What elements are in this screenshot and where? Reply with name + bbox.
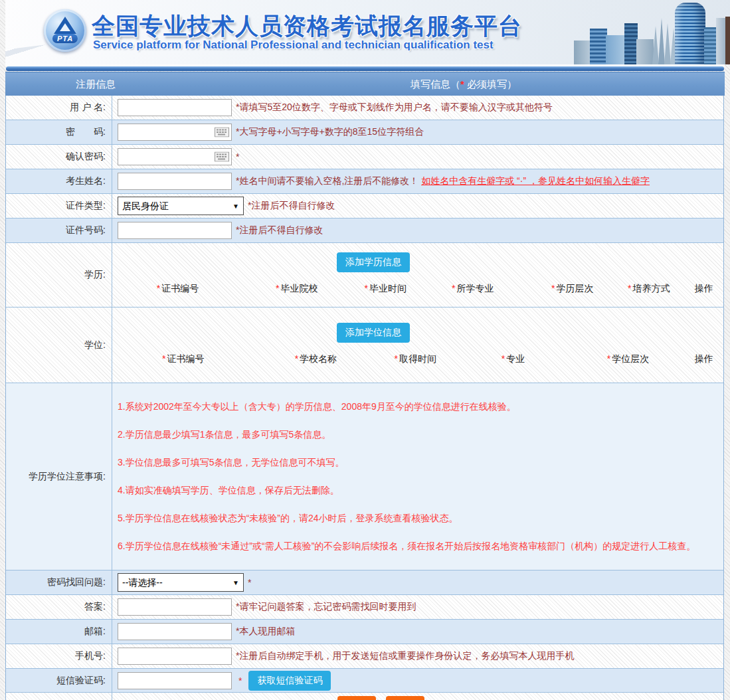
row-education: 学历: 添加学历信息 *证书编号 *毕业院校 *毕业时间 *所学专业 *学历层次…: [6, 243, 723, 307]
rare-character-help-link[interactable]: 如姓名中含有生僻字或 “·” ，参见姓名中如何输入生僻字: [421, 175, 650, 186]
notes-list: 1.系统对2002年至今大专以上（含大专）的学历信息、2008年9月至今的学位信…: [112, 383, 723, 570]
security-question-select[interactable]: --请选择--: [118, 573, 244, 592]
building-shape: [675, 3, 705, 64]
row-answer: 答案: *请牢记问题答案，忘记密码需找回时要用到: [6, 595, 723, 620]
row-security-question: 密码找回问题: --请选择-- ▼ *: [6, 570, 723, 595]
footer-empty-cell: [6, 693, 112, 700]
building-shape: [725, 17, 730, 64]
id-number-input[interactable]: [118, 222, 232, 239]
keyboard-icon[interactable]: [215, 152, 229, 162]
username-label: 用 户 名:: [6, 96, 112, 120]
site-banner: PTA 全国专业技术人员资格考试报名服务平台 Service platform …: [5, 0, 730, 64]
mobile-input[interactable]: [118, 648, 232, 665]
email-label: 邮箱:: [6, 620, 112, 644]
building-shape: [606, 35, 626, 64]
row-degree: 学位: 添加学位信息 *证书编号 *学校名称 *取得时间 *专业 *学位层次 操…: [6, 307, 723, 383]
pta-logo-icon: PTA: [44, 9, 86, 52]
email-hint: *本人现用邮箱: [236, 626, 295, 638]
note-item: 3.学位信息最多可填写5条信息，无学位信息可不填写。: [118, 456, 717, 469]
row-username: 用 户 名: *请填写5至20位数字、字母或下划线作为用户名，请不要输入汉字或其…: [6, 96, 723, 120]
note-item: 2.学历信息最少填写1条信息，最多可填写5条信息。: [118, 428, 717, 441]
id-type-hint: *注册后不得自行修改: [248, 200, 335, 212]
submit-button[interactable]: 提交: [337, 696, 376, 700]
pta-logo-text: PTA: [52, 34, 78, 43]
back-button[interactable]: 返回: [386, 696, 424, 700]
email-input[interactable]: [118, 623, 232, 640]
id-type-label: 证件类型:: [6, 194, 112, 218]
row-candidate-name: 考生姓名: *姓名中间请不要输入空格,注册后不能修改！ 如姓名中含有生僻字或 “…: [6, 169, 723, 194]
blue-strip: [6, 66, 724, 71]
note-item: 1.系统对2002年至今大专以上（含大专）的学历信息、2008年9月至今的学位信…: [118, 400, 717, 413]
sms-code-label: 短信验证码:: [6, 669, 112, 692]
answer-hint: *请牢记问题答案，忘记密码需找回时要用到: [236, 601, 416, 613]
candidate-name-label: 考生姓名:: [6, 169, 112, 193]
row-password: 密 码: *大写字母+小写字母+数字的8至15位字符组合: [6, 120, 723, 145]
confirm-password-label: 确认密码:: [6, 145, 112, 169]
security-question-hint: *: [248, 577, 251, 588]
id-number-hint: *注册后不得自行修改: [236, 224, 323, 236]
row-email: 邮箱: *本人现用邮箱: [6, 620, 723, 644]
building-shape: [636, 39, 654, 64]
education-table-headers: *证书编号 *毕业院校 *毕业时间 *所学专业 *学历层次 *培养方式 操作: [112, 283, 723, 298]
site-subtitle: Service platform for National Profession…: [93, 39, 494, 52]
sms-required-star: *: [238, 675, 242, 686]
degree-label: 学位:: [6, 307, 112, 383]
education-label: 学历:: [6, 243, 112, 307]
section-title-fill-info: 填写信息（* 必须填写）: [411, 78, 517, 91]
section-header-bar: 注册信息 填写信息（* 必须填写）: [5, 72, 725, 96]
row-notes: 学历学位注意事项: 1.系统对2002年至今大专以上（含大专）的学历信息、200…: [6, 383, 723, 570]
sms-code-input[interactable]: [118, 672, 232, 689]
row-confirm-password: 确认密码: *: [6, 145, 723, 169]
building-shape: [664, 23, 671, 64]
get-sms-code-button[interactable]: 获取短信验证码: [248, 671, 331, 691]
row-mobile: 手机号: *注册后自动绑定手机，用于发送短信或重要操作身份认定，务必填写本人现用…: [6, 644, 723, 669]
candidate-name-hint: *姓名中间请不要输入空格,注册后不能修改！ 如姓名中含有生僻字或 “·” ，参见…: [236, 175, 650, 187]
notes-label: 学历学位注意事项:: [6, 383, 112, 570]
registration-form: 用 户 名: *请填写5至20位数字、字母或下划线作为用户名，请不要输入汉字或其…: [5, 96, 724, 700]
password-label: 密 码:: [6, 120, 112, 144]
section-title-register-info: 注册信息: [76, 78, 116, 91]
mobile-label: 手机号:: [6, 644, 112, 668]
answer-label: 答案:: [6, 595, 112, 619]
add-education-button[interactable]: 添加学历信息: [337, 252, 410, 272]
username-input[interactable]: [118, 99, 232, 116]
mobile-hint: *注册后自动绑定手机，用于发送短信或重要操作身份认定，务必填写本人现用手机: [236, 650, 574, 662]
username-hint: *请填写5至20位数字、字母或下划线作为用户名，请不要输入汉字或其他符号: [236, 102, 553, 114]
row-id-number: 证件号码: *注册后不得自行修改: [6, 219, 723, 243]
building-shape: [590, 29, 607, 64]
security-question-label: 密码找回问题:: [6, 570, 112, 594]
degree-table-headers: *证书编号 *学校名称 *取得时间 *专业 *学位层次 操作: [112, 353, 723, 368]
row-sms-code: 短信验证码: * 获取短信验证码: [6, 669, 723, 693]
note-item: 6.学历学位信息在线核验“未通过”或“需人工核验”的不会影响后续报名，须在报名开…: [118, 539, 717, 553]
id-number-label: 证件号码:: [6, 219, 112, 242]
candidate-name-input[interactable]: [118, 173, 232, 190]
keyboard-icon[interactable]: [215, 128, 229, 137]
confirm-password-hint: *: [236, 151, 239, 162]
site-title: 全国专业技术人员资格考试报名服务平台: [92, 11, 522, 42]
note-item: 4.请如实准确填写学历、学位信息，保存后无法删除。: [118, 483, 717, 497]
note-item: 5.学历学位信息在线核验状态为“未核验”的，请24小时后，登录系统查看核验状态。: [118, 511, 717, 525]
password-hint: *大写字母+小写字母+数字的8至15位字符组合: [236, 126, 424, 138]
row-footer-actions: 提交 返回: [6, 693, 723, 700]
building-shape: [658, 18, 665, 64]
row-id-type: 证件类型: 居民身份证 ▼ *注册后不得自行修改: [6, 194, 723, 219]
answer-input[interactable]: [118, 598, 232, 616]
cityscape-graphic: [574, 0, 730, 64]
id-type-select[interactable]: 居民身份证: [118, 197, 244, 215]
add-degree-button[interactable]: 添加学位信息: [337, 323, 410, 343]
building-shape: [624, 23, 638, 64]
